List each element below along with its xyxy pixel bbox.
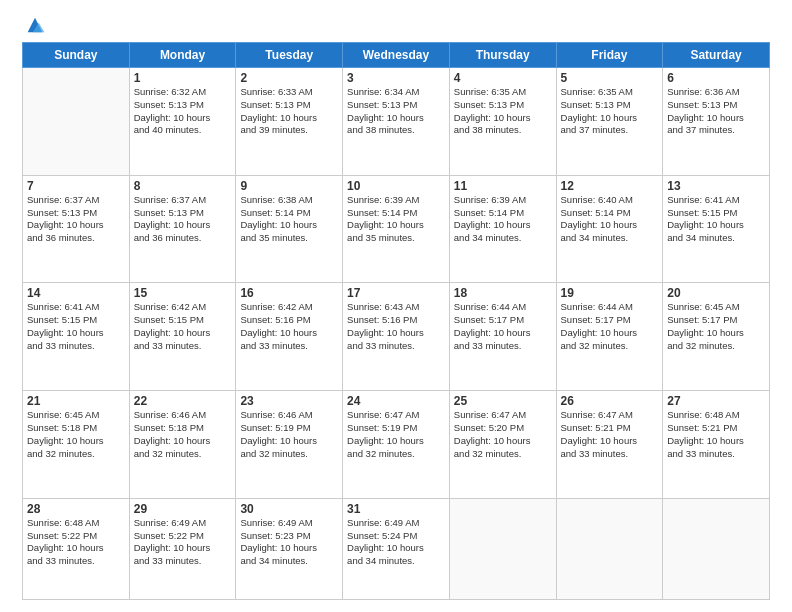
day-info: Sunrise: 6:32 AM Sunset: 5:13 PM Dayligh… <box>134 86 232 137</box>
day-info: Sunrise: 6:41 AM Sunset: 5:15 PM Dayligh… <box>27 301 125 352</box>
day-info: Sunrise: 6:49 AM Sunset: 5:22 PM Dayligh… <box>134 517 232 568</box>
day-info: Sunrise: 6:40 AM Sunset: 5:14 PM Dayligh… <box>561 194 659 245</box>
logo <box>22 18 46 36</box>
calendar-cell: 17Sunrise: 6:43 AM Sunset: 5:16 PM Dayli… <box>343 283 450 391</box>
calendar-cell: 26Sunrise: 6:47 AM Sunset: 5:21 PM Dayli… <box>556 391 663 499</box>
calendar-cell: 28Sunrise: 6:48 AM Sunset: 5:22 PM Dayli… <box>23 498 130 599</box>
calendar-cell: 15Sunrise: 6:42 AM Sunset: 5:15 PM Dayli… <box>129 283 236 391</box>
day-number: 26 <box>561 394 659 408</box>
calendar-cell: 8Sunrise: 6:37 AM Sunset: 5:13 PM Daylig… <box>129 175 236 283</box>
page: SundayMondayTuesdayWednesdayThursdayFrid… <box>0 0 792 612</box>
day-number: 3 <box>347 71 445 85</box>
day-number: 4 <box>454 71 552 85</box>
day-info: Sunrise: 6:41 AM Sunset: 5:15 PM Dayligh… <box>667 194 765 245</box>
day-info: Sunrise: 6:34 AM Sunset: 5:13 PM Dayligh… <box>347 86 445 137</box>
calendar-week-2: 7Sunrise: 6:37 AM Sunset: 5:13 PM Daylig… <box>23 175 770 283</box>
day-number: 18 <box>454 286 552 300</box>
day-number: 30 <box>240 502 338 516</box>
day-number: 25 <box>454 394 552 408</box>
day-number: 12 <box>561 179 659 193</box>
calendar-cell: 3Sunrise: 6:34 AM Sunset: 5:13 PM Daylig… <box>343 68 450 176</box>
day-number: 8 <box>134 179 232 193</box>
calendar-cell <box>449 498 556 599</box>
day-number: 20 <box>667 286 765 300</box>
day-number: 2 <box>240 71 338 85</box>
day-info: Sunrise: 6:48 AM Sunset: 5:21 PM Dayligh… <box>667 409 765 460</box>
weekday-header-tuesday: Tuesday <box>236 43 343 68</box>
calendar-cell: 21Sunrise: 6:45 AM Sunset: 5:18 PM Dayli… <box>23 391 130 499</box>
calendar-cell: 13Sunrise: 6:41 AM Sunset: 5:15 PM Dayli… <box>663 175 770 283</box>
day-info: Sunrise: 6:35 AM Sunset: 5:13 PM Dayligh… <box>561 86 659 137</box>
day-info: Sunrise: 6:46 AM Sunset: 5:19 PM Dayligh… <box>240 409 338 460</box>
day-info: Sunrise: 6:46 AM Sunset: 5:18 PM Dayligh… <box>134 409 232 460</box>
calendar-cell: 6Sunrise: 6:36 AM Sunset: 5:13 PM Daylig… <box>663 68 770 176</box>
day-number: 21 <box>27 394 125 408</box>
calendar-cell: 20Sunrise: 6:45 AM Sunset: 5:17 PM Dayli… <box>663 283 770 391</box>
calendar-cell <box>556 498 663 599</box>
calendar-cell: 2Sunrise: 6:33 AM Sunset: 5:13 PM Daylig… <box>236 68 343 176</box>
day-info: Sunrise: 6:43 AM Sunset: 5:16 PM Dayligh… <box>347 301 445 352</box>
day-number: 6 <box>667 71 765 85</box>
calendar-cell: 18Sunrise: 6:44 AM Sunset: 5:17 PM Dayli… <box>449 283 556 391</box>
day-info: Sunrise: 6:42 AM Sunset: 5:16 PM Dayligh… <box>240 301 338 352</box>
day-number: 16 <box>240 286 338 300</box>
day-info: Sunrise: 6:47 AM Sunset: 5:19 PM Dayligh… <box>347 409 445 460</box>
weekday-header-sunday: Sunday <box>23 43 130 68</box>
weekday-header-row: SundayMondayTuesdayWednesdayThursdayFrid… <box>23 43 770 68</box>
day-info: Sunrise: 6:45 AM Sunset: 5:18 PM Dayligh… <box>27 409 125 460</box>
day-number: 14 <box>27 286 125 300</box>
calendar-week-1: 1Sunrise: 6:32 AM Sunset: 5:13 PM Daylig… <box>23 68 770 176</box>
header <box>22 18 770 36</box>
day-number: 10 <box>347 179 445 193</box>
day-number: 1 <box>134 71 232 85</box>
day-number: 11 <box>454 179 552 193</box>
calendar-cell <box>23 68 130 176</box>
calendar-cell: 9Sunrise: 6:38 AM Sunset: 5:14 PM Daylig… <box>236 175 343 283</box>
day-info: Sunrise: 6:37 AM Sunset: 5:13 PM Dayligh… <box>27 194 125 245</box>
day-info: Sunrise: 6:33 AM Sunset: 5:13 PM Dayligh… <box>240 86 338 137</box>
weekday-header-thursday: Thursday <box>449 43 556 68</box>
day-info: Sunrise: 6:49 AM Sunset: 5:24 PM Dayligh… <box>347 517 445 568</box>
calendar-cell: 30Sunrise: 6:49 AM Sunset: 5:23 PM Dayli… <box>236 498 343 599</box>
day-info: Sunrise: 6:49 AM Sunset: 5:23 PM Dayligh… <box>240 517 338 568</box>
day-number: 15 <box>134 286 232 300</box>
day-info: Sunrise: 6:44 AM Sunset: 5:17 PM Dayligh… <box>561 301 659 352</box>
day-info: Sunrise: 6:44 AM Sunset: 5:17 PM Dayligh… <box>454 301 552 352</box>
calendar-cell: 25Sunrise: 6:47 AM Sunset: 5:20 PM Dayli… <box>449 391 556 499</box>
day-number: 24 <box>347 394 445 408</box>
calendar-cell: 12Sunrise: 6:40 AM Sunset: 5:14 PM Dayli… <box>556 175 663 283</box>
calendar-week-4: 21Sunrise: 6:45 AM Sunset: 5:18 PM Dayli… <box>23 391 770 499</box>
day-number: 27 <box>667 394 765 408</box>
calendar-cell: 29Sunrise: 6:49 AM Sunset: 5:22 PM Dayli… <box>129 498 236 599</box>
day-info: Sunrise: 6:36 AM Sunset: 5:13 PM Dayligh… <box>667 86 765 137</box>
calendar-cell: 1Sunrise: 6:32 AM Sunset: 5:13 PM Daylig… <box>129 68 236 176</box>
day-number: 28 <box>27 502 125 516</box>
calendar-cell <box>663 498 770 599</box>
day-number: 29 <box>134 502 232 516</box>
day-number: 13 <box>667 179 765 193</box>
day-info: Sunrise: 6:45 AM Sunset: 5:17 PM Dayligh… <box>667 301 765 352</box>
logo-icon <box>24 14 46 36</box>
calendar-week-3: 14Sunrise: 6:41 AM Sunset: 5:15 PM Dayli… <box>23 283 770 391</box>
calendar-cell: 31Sunrise: 6:49 AM Sunset: 5:24 PM Dayli… <box>343 498 450 599</box>
day-number: 9 <box>240 179 338 193</box>
day-number: 31 <box>347 502 445 516</box>
day-info: Sunrise: 6:37 AM Sunset: 5:13 PM Dayligh… <box>134 194 232 245</box>
day-number: 22 <box>134 394 232 408</box>
calendar-cell: 4Sunrise: 6:35 AM Sunset: 5:13 PM Daylig… <box>449 68 556 176</box>
day-info: Sunrise: 6:48 AM Sunset: 5:22 PM Dayligh… <box>27 517 125 568</box>
calendar-cell: 11Sunrise: 6:39 AM Sunset: 5:14 PM Dayli… <box>449 175 556 283</box>
day-number: 23 <box>240 394 338 408</box>
day-info: Sunrise: 6:35 AM Sunset: 5:13 PM Dayligh… <box>454 86 552 137</box>
calendar-table: SundayMondayTuesdayWednesdayThursdayFrid… <box>22 42 770 600</box>
calendar-cell: 10Sunrise: 6:39 AM Sunset: 5:14 PM Dayli… <box>343 175 450 283</box>
day-number: 5 <box>561 71 659 85</box>
calendar-cell: 22Sunrise: 6:46 AM Sunset: 5:18 PM Dayli… <box>129 391 236 499</box>
day-info: Sunrise: 6:39 AM Sunset: 5:14 PM Dayligh… <box>347 194 445 245</box>
day-info: Sunrise: 6:42 AM Sunset: 5:15 PM Dayligh… <box>134 301 232 352</box>
weekday-header-saturday: Saturday <box>663 43 770 68</box>
calendar-cell: 7Sunrise: 6:37 AM Sunset: 5:13 PM Daylig… <box>23 175 130 283</box>
day-info: Sunrise: 6:47 AM Sunset: 5:21 PM Dayligh… <box>561 409 659 460</box>
day-number: 17 <box>347 286 445 300</box>
day-number: 19 <box>561 286 659 300</box>
